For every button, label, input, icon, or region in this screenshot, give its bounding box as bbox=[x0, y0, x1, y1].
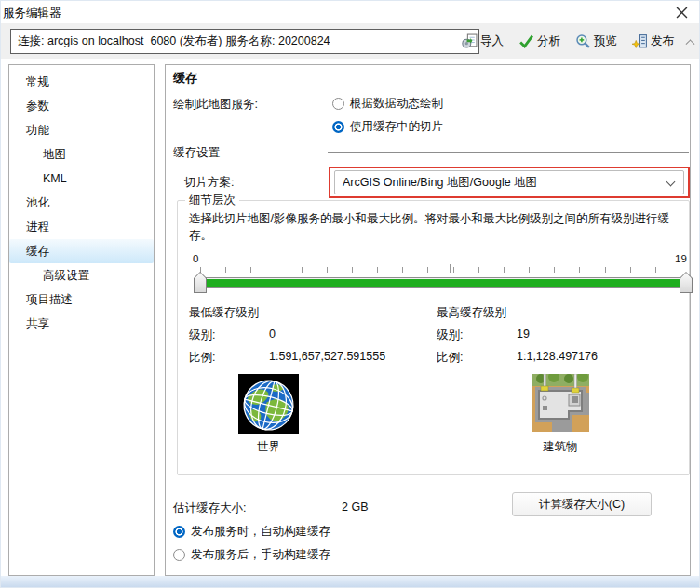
service-editor-dialog: 服务编辑器 连接: arcgis on localhost_6080 (发布者)… bbox=[0, 0, 700, 588]
max-level-value: 19 bbox=[517, 327, 530, 341]
sidebar-item-capabilities[interactable]: 功能 bbox=[9, 118, 154, 142]
analyze-button-label: 分析 bbox=[537, 33, 560, 49]
build-cache-manually-label: 发布服务后，手动构建缓存 bbox=[191, 547, 330, 563]
slider-range-fill bbox=[202, 279, 684, 287]
sidebar-item-item-description[interactable]: 项目描述 bbox=[9, 287, 154, 312]
slider-min-label: 0 bbox=[193, 253, 198, 264]
import-button[interactable]: 导入 bbox=[460, 32, 505, 51]
world-thumbnail bbox=[238, 374, 299, 434]
radio-selected-icon bbox=[173, 526, 185, 538]
min-level-label: 级别: bbox=[189, 327, 215, 343]
building-thumbnail bbox=[532, 374, 589, 432]
preview-button[interactable]: 预览 bbox=[573, 32, 619, 51]
max-scale-label: 比例: bbox=[437, 350, 463, 366]
radio-selected-icon bbox=[332, 121, 344, 133]
analyze-button[interactable]: 分析 bbox=[517, 32, 562, 51]
calculate-cache-size-button[interactable]: 计算缓存大小(C) bbox=[512, 492, 652, 516]
radio-draw-dynamically-label: 根据数据动态绘制 bbox=[350, 96, 443, 112]
sidebar-item-processes[interactable]: 进程 bbox=[9, 215, 154, 239]
min-cache-level-title: 最低缓存级别 bbox=[189, 305, 259, 321]
radio-use-cached-tiles[interactable]: 使用缓存中的切片 bbox=[332, 119, 443, 135]
slider-ticks bbox=[200, 267, 680, 273]
sidebar-item-map[interactable]: 地图 bbox=[9, 142, 154, 167]
max-level-label: 级别: bbox=[437, 327, 463, 343]
sidebar-item-advanced-settings[interactable]: 高级设置 bbox=[9, 263, 154, 287]
slider-track[interactable] bbox=[200, 277, 686, 288]
publish-button[interactable]: 发布 bbox=[630, 32, 676, 51]
cache-level-slider: 0 19 bbox=[178, 253, 691, 300]
radio-unselected-icon bbox=[173, 549, 185, 561]
checkmark-icon bbox=[518, 33, 534, 49]
close-button[interactable] bbox=[669, 3, 693, 21]
globe-icon bbox=[238, 374, 299, 434]
preview-button-label: 预览 bbox=[594, 33, 617, 49]
detail-levels-description: 选择此切片地图/影像服务的最小和最大比例。将对最小和最大比例级别之间的所有级别进… bbox=[189, 211, 675, 244]
sidebar-item-caching[interactable]: 缓存 bbox=[9, 239, 154, 263]
separator-line bbox=[328, 152, 689, 153]
collapse-chevron-icon[interactable] bbox=[686, 39, 695, 48]
radio-build-cache-automatically[interactable]: 发布服务时，自动构建缓存 bbox=[173, 524, 330, 540]
magnifier-plus-icon bbox=[575, 33, 591, 49]
world-caption: 世界 bbox=[238, 439, 299, 455]
toolbar: 连接: arcgis on localhost_6080 (发布者) 服务名称:… bbox=[1, 23, 699, 59]
building-caption: 建筑物 bbox=[532, 439, 589, 455]
tiling-scheme-label: 切片方案: bbox=[184, 175, 234, 191]
detail-levels-groupbox: 细节层次 选择此切片地图/影像服务的最小和最大比例。将对最小和最大比例级别之间的… bbox=[177, 200, 690, 475]
import-button-label: 导入 bbox=[480, 33, 504, 49]
radio-use-cached-tiles-label: 使用缓存中的切片 bbox=[350, 119, 443, 135]
slider-min-thumb[interactable] bbox=[194, 272, 207, 293]
slider-max-thumb[interactable] bbox=[680, 272, 693, 293]
chevron-down-icon bbox=[666, 178, 676, 187]
import-icon bbox=[462, 33, 478, 49]
slider-max-label: 19 bbox=[675, 253, 687, 264]
radio-draw-dynamically[interactable]: 根据数据动态绘制 bbox=[332, 96, 443, 112]
close-icon bbox=[676, 7, 688, 19]
min-scale-value: 1:591,657,527.591555 bbox=[269, 350, 385, 363]
caching-panel: 缓存 绘制此地图服务: 根据数据动态绘制 使用缓存中的切片 缓存设置 切片方案:… bbox=[165, 64, 691, 576]
cache-settings-label: 缓存设置 bbox=[173, 145, 220, 161]
connection-service-field[interactable]: 连接: arcgis on localhost_6080 (发布者) 服务名称:… bbox=[10, 29, 479, 54]
sidebar-item-sharing[interactable]: 共享 bbox=[9, 312, 154, 336]
tiling-scheme-select[interactable]: ArcGIS Online/Bing 地图/Google 地图 bbox=[334, 170, 684, 194]
draw-service-label: 绘制此地图服务: bbox=[173, 97, 258, 113]
sidebar-item-general[interactable]: 常规 bbox=[9, 70, 154, 94]
radio-build-cache-manually[interactable]: 发布服务后，手动构建缓存 bbox=[173, 547, 330, 563]
estimate-cache-size-label: 估计缓存大小: bbox=[173, 501, 246, 516]
max-cache-level-title: 最高缓存级别 bbox=[437, 305, 506, 321]
page-title: 缓存 bbox=[173, 70, 197, 87]
publish-server-icon bbox=[632, 33, 648, 49]
title-bar: 服务编辑器 bbox=[1, 1, 699, 23]
sidebar-item-pooling[interactable]: 池化 bbox=[9, 191, 154, 215]
radio-unselected-icon bbox=[332, 98, 344, 110]
window-title: 服务编辑器 bbox=[3, 6, 61, 21]
sidebar-item-parameters[interactable]: 参数 bbox=[9, 94, 154, 118]
settings-sidebar: 常规 参数 功能 地图 KML 池化 进程 缓存 高级设置 项目描述 共享 bbox=[8, 64, 155, 576]
detail-levels-title: 细节层次 bbox=[185, 193, 239, 208]
min-scale-label: 比例: bbox=[189, 350, 215, 366]
building-map-icon bbox=[532, 374, 589, 432]
window-bottom-edge bbox=[1, 576, 699, 587]
max-scale-value: 1:1,128.497176 bbox=[517, 350, 598, 363]
publish-button-label: 发布 bbox=[651, 33, 674, 49]
tiling-scheme-value: ArcGIS Online/Bing 地图/Google 地图 bbox=[343, 176, 537, 189]
estimate-cache-size-value: 2 GB bbox=[342, 501, 369, 514]
min-level-value: 0 bbox=[269, 327, 276, 341]
build-cache-automatically-label: 发布服务时，自动构建缓存 bbox=[191, 524, 330, 540]
sidebar-item-kml[interactable]: KML bbox=[9, 167, 154, 191]
